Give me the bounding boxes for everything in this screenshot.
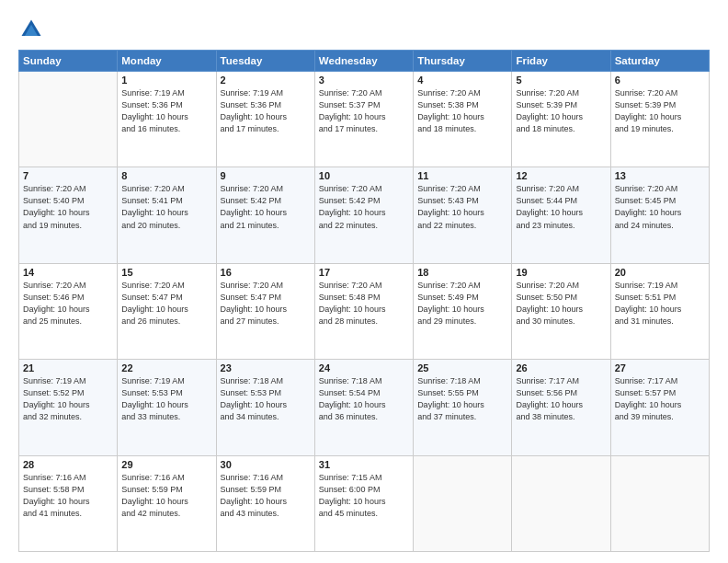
day-info: Sunrise: 7:20 AM Sunset: 5:49 PM Dayligh… — [417, 280, 507, 327]
day-info: Sunrise: 7:20 AM Sunset: 5:39 PM Dayligh… — [615, 87, 705, 135]
day-cell: 18Sunrise: 7:20 AM Sunset: 5:49 PM Dayli… — [414, 263, 512, 359]
weekday-saturday: Saturday — [610, 51, 709, 72]
day-number: 31 — [319, 459, 409, 470]
day-cell: 29Sunrise: 7:16 AM Sunset: 5:59 PM Dayli… — [118, 455, 216, 551]
page: SundayMondayTuesdayWednesdayThursdayFrid… — [0, 0, 728, 563]
day-info: Sunrise: 7:20 AM Sunset: 5:42 PM Dayligh… — [319, 183, 409, 231]
day-number: 7 — [23, 170, 113, 181]
week-row-3: 21Sunrise: 7:19 AM Sunset: 5:52 PM Dayli… — [19, 360, 710, 455]
day-cell: 13Sunrise: 7:20 AM Sunset: 5:45 PM Dayli… — [610, 167, 709, 263]
weekday-sunday: Sunday — [19, 51, 118, 72]
day-number: 4 — [417, 75, 507, 86]
day-number: 19 — [516, 267, 606, 278]
week-row-1: 7Sunrise: 7:20 AM Sunset: 5:40 PM Daylig… — [19, 167, 710, 263]
day-info: Sunrise: 7:15 AM Sunset: 6:00 PM Dayligh… — [319, 472, 409, 520]
day-info: Sunrise: 7:20 AM Sunset: 5:50 PM Dayligh… — [516, 280, 606, 327]
day-info: Sunrise: 7:19 AM Sunset: 5:51 PM Dayligh… — [615, 280, 705, 327]
day-cell: 27Sunrise: 7:17 AM Sunset: 5:57 PM Dayli… — [610, 360, 709, 455]
day-info: Sunrise: 7:20 AM Sunset: 5:37 PM Dayligh… — [319, 87, 409, 135]
day-cell: 20Sunrise: 7:19 AM Sunset: 5:51 PM Dayli… — [610, 263, 709, 359]
day-info: Sunrise: 7:19 AM Sunset: 5:53 PM Dayligh… — [121, 375, 211, 423]
weekday-monday: Monday — [118, 51, 216, 72]
day-number: 9 — [221, 170, 311, 181]
day-cell — [414, 455, 512, 551]
day-number: 3 — [319, 75, 409, 86]
day-number: 2 — [221, 75, 311, 86]
day-number: 18 — [417, 267, 507, 278]
day-number: 11 — [417, 170, 507, 181]
day-info: Sunrise: 7:20 AM Sunset: 5:40 PM Dayligh… — [23, 183, 113, 231]
week-row-0: 1Sunrise: 7:19 AM Sunset: 5:36 PM Daylig… — [19, 72, 710, 167]
day-cell: 9Sunrise: 7:20 AM Sunset: 5:42 PM Daylig… — [216, 167, 314, 263]
day-info: Sunrise: 7:20 AM Sunset: 5:41 PM Dayligh… — [121, 183, 211, 231]
day-cell: 7Sunrise: 7:20 AM Sunset: 5:40 PM Daylig… — [19, 167, 118, 263]
day-cell: 12Sunrise: 7:20 AM Sunset: 5:44 PM Dayli… — [512, 167, 610, 263]
weekday-header-row: SundayMondayTuesdayWednesdayThursdayFrid… — [19, 51, 710, 72]
day-cell: 26Sunrise: 7:17 AM Sunset: 5:56 PM Dayli… — [512, 360, 610, 455]
day-cell: 24Sunrise: 7:18 AM Sunset: 5:54 PM Dayli… — [314, 360, 413, 455]
day-info: Sunrise: 7:20 AM Sunset: 5:39 PM Dayligh… — [516, 87, 606, 135]
weekday-wednesday: Wednesday — [314, 51, 413, 72]
day-info: Sunrise: 7:19 AM Sunset: 5:36 PM Dayligh… — [121, 87, 211, 135]
day-info: Sunrise: 7:19 AM Sunset: 5:52 PM Dayligh… — [23, 375, 113, 423]
day-cell: 19Sunrise: 7:20 AM Sunset: 5:50 PM Dayli… — [512, 263, 610, 359]
day-cell: 15Sunrise: 7:20 AM Sunset: 5:47 PM Dayli… — [118, 263, 216, 359]
day-cell: 3Sunrise: 7:20 AM Sunset: 5:37 PM Daylig… — [314, 72, 413, 167]
day-cell: 2Sunrise: 7:19 AM Sunset: 5:36 PM Daylig… — [216, 72, 314, 167]
day-number: 29 — [121, 459, 211, 470]
day-cell: 8Sunrise: 7:20 AM Sunset: 5:41 PM Daylig… — [118, 167, 216, 263]
day-info: Sunrise: 7:17 AM Sunset: 5:57 PM Dayligh… — [615, 375, 705, 423]
header — [18, 17, 710, 42]
day-number: 5 — [516, 75, 606, 86]
day-number: 14 — [23, 267, 113, 278]
calendar: SundayMondayTuesdayWednesdayThursdayFrid… — [18, 50, 710, 552]
day-number: 8 — [121, 170, 211, 181]
day-info: Sunrise: 7:17 AM Sunset: 5:56 PM Dayligh… — [516, 375, 606, 423]
weekday-tuesday: Tuesday — [216, 51, 314, 72]
day-number: 15 — [121, 267, 211, 278]
weekday-friday: Friday — [512, 51, 610, 72]
day-number: 21 — [23, 362, 113, 373]
day-number: 13 — [615, 170, 705, 181]
day-cell: 31Sunrise: 7:15 AM Sunset: 6:00 PM Dayli… — [314, 455, 413, 551]
day-number: 22 — [121, 362, 211, 373]
day-info: Sunrise: 7:20 AM Sunset: 5:45 PM Dayligh… — [615, 183, 705, 231]
day-info: Sunrise: 7:20 AM Sunset: 5:42 PM Dayligh… — [221, 183, 311, 231]
day-cell: 25Sunrise: 7:18 AM Sunset: 5:55 PM Dayli… — [414, 360, 512, 455]
day-info: Sunrise: 7:16 AM Sunset: 5:59 PM Dayligh… — [221, 472, 311, 520]
day-info: Sunrise: 7:18 AM Sunset: 5:55 PM Dayligh… — [417, 375, 507, 423]
day-number: 1 — [121, 75, 211, 86]
day-number: 25 — [417, 362, 507, 373]
day-number: 24 — [319, 362, 409, 373]
day-info: Sunrise: 7:20 AM Sunset: 5:48 PM Dayligh… — [319, 280, 409, 327]
day-number: 6 — [615, 75, 705, 86]
week-row-4: 28Sunrise: 7:16 AM Sunset: 5:58 PM Dayli… — [19, 455, 710, 551]
day-cell: 22Sunrise: 7:19 AM Sunset: 5:53 PM Dayli… — [118, 360, 216, 455]
day-info: Sunrise: 7:20 AM Sunset: 5:43 PM Dayligh… — [417, 183, 507, 231]
day-cell: 11Sunrise: 7:20 AM Sunset: 5:43 PM Dayli… — [414, 167, 512, 263]
day-cell — [610, 455, 709, 551]
logo-icon — [18, 17, 44, 42]
day-number: 16 — [221, 267, 311, 278]
logo — [18, 17, 48, 42]
day-number: 10 — [319, 170, 409, 181]
day-number: 28 — [23, 459, 113, 470]
day-cell: 6Sunrise: 7:20 AM Sunset: 5:39 PM Daylig… — [610, 72, 709, 167]
day-number: 12 — [516, 170, 606, 181]
day-number: 20 — [615, 267, 705, 278]
day-info: Sunrise: 7:20 AM Sunset: 5:38 PM Dayligh… — [417, 87, 507, 135]
day-cell: 4Sunrise: 7:20 AM Sunset: 5:38 PM Daylig… — [414, 72, 512, 167]
day-cell: 21Sunrise: 7:19 AM Sunset: 5:52 PM Dayli… — [19, 360, 118, 455]
day-info: Sunrise: 7:20 AM Sunset: 5:47 PM Dayligh… — [221, 280, 311, 327]
day-number: 27 — [615, 362, 705, 373]
day-cell: 5Sunrise: 7:20 AM Sunset: 5:39 PM Daylig… — [512, 72, 610, 167]
day-info: Sunrise: 7:20 AM Sunset: 5:44 PM Dayligh… — [516, 183, 606, 231]
day-cell — [19, 72, 118, 167]
day-info: Sunrise: 7:20 AM Sunset: 5:47 PM Dayligh… — [121, 280, 211, 327]
week-row-2: 14Sunrise: 7:20 AM Sunset: 5:46 PM Dayli… — [19, 263, 710, 359]
day-info: Sunrise: 7:20 AM Sunset: 5:46 PM Dayligh… — [23, 280, 113, 327]
day-info: Sunrise: 7:18 AM Sunset: 5:54 PM Dayligh… — [319, 375, 409, 423]
weekday-thursday: Thursday — [414, 51, 512, 72]
day-number: 30 — [221, 459, 311, 470]
day-number: 26 — [516, 362, 606, 373]
